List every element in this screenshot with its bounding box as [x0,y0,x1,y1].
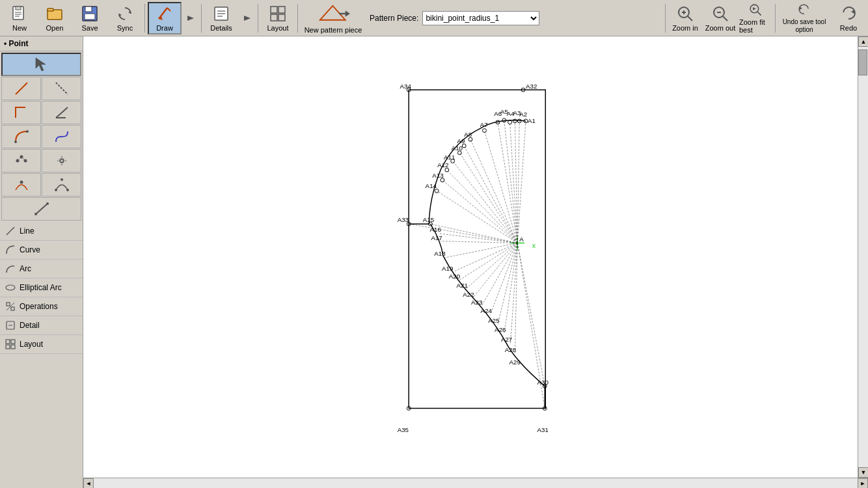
save-button[interactable]: Save [73,2,107,34]
undo-save-tool-option-button[interactable]: Undo save tool option [778,2,830,34]
sep6 [775,4,776,33]
svg-point-59 [6,285,15,290]
section-curve[interactable]: Curve [0,241,83,260]
section-elliptical-arc-label: Elliptical Arc [20,283,62,292]
svg-text:A16: A16 [429,226,441,233]
svg-point-51 [20,181,23,184]
drawing-svg: x [83,36,858,478]
pointer-tool[interactable] [1,53,81,76]
svg-line-41 [56,107,68,118]
canvas-wrapper: x [83,36,868,488]
svg-rect-8 [85,7,92,12]
draw-button[interactable]: Draw [148,2,182,34]
point-header: • Point [0,36,83,51]
svg-line-39 [16,83,27,94]
svg-marker-37 [851,10,854,14]
svg-text:A12: A12 [437,161,448,169]
svg-line-32 [723,16,727,21]
scroll-down-arrow[interactable]: ▼ [858,467,868,478]
scroll-thumb-vertical[interactable] [858,49,867,75]
line-tool-diagonal[interactable] [1,77,41,100]
svg-rect-21 [271,14,277,21]
svg-point-57 [46,202,49,205]
scroll-right-arrow[interactable]: ► [858,478,868,488]
scrollbar-bottom: ◄ ► [83,478,868,488]
open-button[interactable]: Open [38,2,72,34]
svg-rect-9 [85,14,95,20]
svg-text:A33: A33 [398,216,409,223]
point-tool-3[interactable] [1,173,41,197]
scroll-left-arrow[interactable]: ◄ [83,478,94,488]
svg-text:A17: A17 [431,234,442,241]
sync-button[interactable]: Sync [108,2,142,34]
operations-section-icon [5,301,16,312]
svg-text:A32: A32 [526,83,537,90]
section-layout[interactable]: Layout [0,335,83,354]
sep2 [201,4,202,33]
svg-rect-68 [11,345,15,349]
svg-rect-67 [6,345,10,349]
new-pattern-piece-button[interactable]: New pattern piece [301,2,366,34]
svg-text:A1: A1 [528,117,536,124]
new-button[interactable]: New [3,2,36,34]
point-tool-2[interactable] [42,149,81,172]
curve-tool-2[interactable] [42,125,81,148]
pattern-piece-dropdown[interactable]: bikini_point_radius_1 [422,11,539,25]
svg-text:A6: A6 [494,110,502,117]
draw-arrow-right[interactable] [183,2,198,34]
layout-button[interactable]: Layout [261,2,295,34]
svg-text:A11: A11 [444,154,455,161]
svg-text:A28: A28 [505,346,516,353]
svg-point-44 [26,130,29,133]
svg-marker-10 [128,11,131,14]
scroll-track-horizontal[interactable] [94,478,858,488]
details-button[interactable]: Details [204,2,238,34]
scrollbar-right[interactable]: ▲ ▼ [858,36,868,478]
section-line-label: Line [20,226,34,236]
section-line[interactable]: Line [0,222,83,241]
svg-text:A23: A23 [471,299,482,306]
curve-tool-1[interactable] [1,125,41,148]
line-segment-tool[interactable] [1,197,81,221]
svg-text:A19: A19 [442,265,453,272]
zoom-in-button[interactable]: Zoom in [668,2,702,34]
angle-tool-2[interactable] [42,101,81,124]
point-tool-1[interactable] [1,149,41,172]
details-arrow-right[interactable] [239,2,255,34]
zoom-out-button[interactable]: Zoom out [703,2,737,34]
sep5 [665,4,666,33]
section-elliptical-arc[interactable]: Elliptical Arc [0,278,83,297]
svg-rect-60 [7,303,10,306]
canvas-area[interactable]: x [83,36,858,478]
section-arc[interactable]: Arc [0,260,83,278]
point-tool-4[interactable] [42,173,81,197]
svg-text:A35: A35 [398,426,409,433]
svg-line-62 [7,303,14,310]
svg-marker-13 [187,16,194,21]
main-layout: • Point [0,36,868,488]
svg-marker-34 [753,7,756,10]
svg-text:A13: A13 [432,172,443,179]
svg-text:x: x [532,241,536,249]
angle-tool-1[interactable] [1,101,41,124]
svg-text:A8: A8 [464,131,472,138]
redo-button[interactable]: Redo [832,2,865,34]
svg-rect-20 [278,7,285,13]
svg-marker-18 [244,16,251,21]
section-operations[interactable]: Operations [0,297,83,316]
svg-rect-61 [11,307,14,310]
zoom-fit-best-button[interactable]: Zoom fit best [739,2,772,34]
svg-text:A22: A22 [463,291,474,298]
sep4 [297,4,298,33]
svg-text:A29: A29 [509,359,521,366]
scroll-up-arrow[interactable]: ▲ [858,36,868,47]
pattern-piece-label: Pattern Piece: [370,14,418,23]
line-tool-diagonal2[interactable] [42,77,81,100]
scroll-track-vertical[interactable] [858,47,868,467]
svg-line-35 [757,12,761,16]
svg-rect-6 [47,8,53,11]
elliptical-arc-section-icon [5,282,16,293]
curve-section-icon [5,245,16,255]
svg-marker-36 [800,7,802,10]
section-detail[interactable]: Detail [0,316,83,335]
